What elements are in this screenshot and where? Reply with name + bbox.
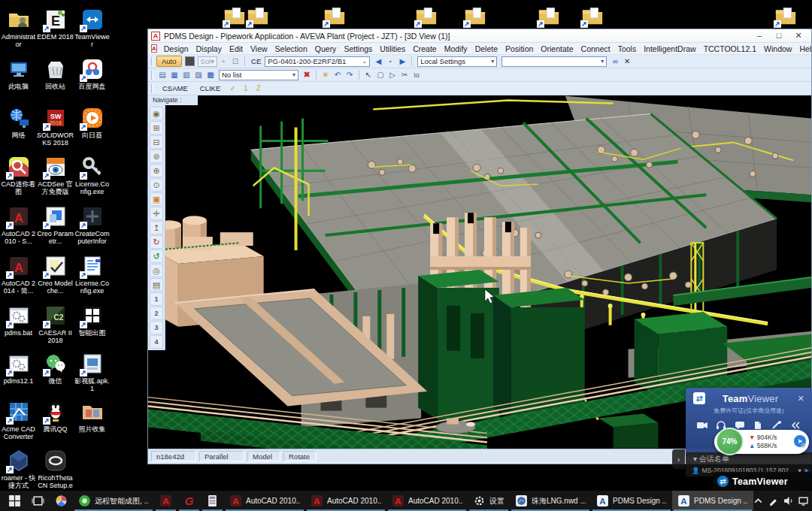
select-cursor-icon[interactable]: ↖ [362,69,374,80]
pdms-window-1[interactable]: APDMS Design ... [591,491,672,511]
start-button[interactable] [3,491,26,511]
tile-window-icon[interactable]: ▨ [192,69,205,80]
desktop-icon-solidworks[interactable]: SW2018SOLIDWORKS 2018 [37,106,74,147]
desktop-folder-icon[interactable] [415,5,438,27]
ce-element-input[interactable]: PG-0401-200-E2RF2/B1⌄ [265,56,370,67]
auto-button[interactable]: Auto [156,56,182,67]
maximize-icon[interactable]: □ [769,30,789,42]
binoculars-icon[interactable]: ∞ [609,56,621,67]
menu-settings[interactable]: Settings [340,44,376,53]
menu-view[interactable]: View [247,44,271,53]
modify-icon[interactable]: ✳ [320,69,332,80]
volume-icon[interactable] [783,496,793,506]
toolbar-grip[interactable] [151,57,153,66]
menu-display[interactable]: Display [192,44,225,53]
cut-icon[interactable]: ✂ [398,69,411,80]
pan-icon[interactable]: ✛ [150,207,163,220]
list-select[interactable]: No list▾ [219,70,298,80]
search-select[interactable]: ▾ [501,56,607,67]
desktop-icon-pdms-bat[interactable]: pdms.bat [0,304,37,337]
autocad-window-2[interactable]: AAutoCAD 2010... [305,491,386,511]
zoom-globe-icon[interactable]: ⊚ [150,150,163,163]
session-list-header[interactable]: ▾ 会话名单 [686,452,812,464]
view-2-icon[interactable]: 2 [150,307,163,320]
navisworks-window[interactable]: 珠海LNG.nwd ... [510,491,591,511]
solid-select[interactable]: Sol▾ [198,56,218,67]
desktop-icon-roamer[interactable]: roamer - 快捷方式 [0,449,37,489]
desktop-icon-apk-file[interactable]: 影视狐.apk.1 [74,352,111,392]
walk-icon[interactable]: ◉ [150,107,163,120]
desktop-folder-icon[interactable] [581,5,604,27]
rotate-cw-icon[interactable]: ↻ [150,235,163,249]
macro-z-icon[interactable]: Z [252,83,265,94]
gstarcad-pinned[interactable]: G [177,491,201,511]
pinned-colorful-app[interactable] [50,491,73,511]
desktop-icon-license-key[interactable]: License.Config.exe [74,155,111,195]
nav-current-icon[interactable]: ▪ [384,56,396,67]
tools-icon[interactable] [771,420,783,431]
menu-window[interactable]: Window [760,44,795,53]
iso-box-icon[interactable]: ▣ [150,192,163,206]
view-1-icon[interactable]: 1 [150,292,163,306]
desktop-folder-icon[interactable] [247,5,269,27]
teamviewer-close-icon[interactable]: ✕ [795,394,806,404]
view-3-icon[interactable]: 3 [150,321,163,334]
csame-button[interactable]: CSAME [156,83,194,94]
new-window-icon[interactable]: ▧ [180,69,192,80]
menu-connect[interactable]: Connect [577,44,614,53]
desktop-icon-caesar[interactable]: C2CAESAR II 2018 [37,304,74,344]
nav-back-icon[interactable]: ◀ [372,56,384,67]
pen-icon[interactable] [768,496,778,506]
desktop-icon-recycle-bin[interactable]: 回收站 [37,57,74,90]
minimize-icon[interactable]: – [750,30,769,42]
redo-icon[interactable]: ↷ [344,69,356,80]
task-view-button[interactable] [26,491,50,511]
desktop-icon-create-computer-info[interactable]: CreateComputerInform... [74,204,111,246]
menu-query[interactable]: Query [311,44,341,53]
desktop-icon-autocad[interactable]: AAutoCAD 2014 - 简... [0,254,37,295]
zoom-in-icon[interactable]: ⊕ [150,164,163,177]
title-bar[interactable]: A PDMS Design - Pipework Application - A… [148,29,811,43]
pdms-window-2[interactable]: APDMS Design ... [672,491,753,511]
elevate-icon[interactable]: ↥ [150,221,163,234]
menu-orientate[interactable]: Orientate [537,44,577,53]
desktop-folder-icon[interactable] [538,5,560,27]
settings-window[interactable]: 设置 [468,491,510,511]
menu-delete[interactable]: Delete [471,44,501,53]
zoom-window-icon[interactable]: ⊞ [150,121,163,135]
io-tool-icon[interactable]: Io [411,69,423,80]
macro-check-icon[interactable]: ✓ [226,83,239,94]
color-swatch[interactable] [185,56,195,66]
desktop-icon-acme-cad[interactable]: Acme CAD Converter [0,400,37,440]
menu-design[interactable]: Design [160,44,192,53]
desktop-folder-icon[interactable] [223,5,246,27]
menu-selection[interactable]: Selection [271,44,311,53]
lock-icon[interactable]: ⊡ [229,56,241,67]
desktop-icon-photo-folder[interactable]: 照片收集 [74,400,111,433]
magnifier-icon[interactable]: ⊙ [150,178,163,192]
macro-one-icon[interactable]: 1 [239,83,252,94]
desktop-icon-folder-user[interactable]: Administrator [0,8,37,48]
desktop-icon-network[interactable]: 网络 [0,106,37,139]
volume-box-icon[interactable]: ▢ [374,69,386,80]
toolbar-grip[interactable] [151,71,153,80]
clipboard-icon[interactable]: ▤ [150,278,163,292]
menu-intelligentdraw[interactable]: IntelligentDraw [640,44,699,53]
desktop-folder-icon[interactable] [774,5,797,27]
menu-help[interactable]: Help [795,44,812,53]
monitor-icon[interactable] [798,496,808,506]
zoom-out-icon[interactable]: ⊟ [150,135,163,149]
desktop-icon-edem[interactable]: EEDEM 2018 [37,8,74,41]
delete-list-icon[interactable]: ✖ [301,69,313,80]
desktop-icon-cad-mini-viewer[interactable]: CAD迷你看图 [0,155,37,195]
desktop-icon-autocad[interactable]: AAutoCAD 2010 - S... [0,204,37,245]
clike-button[interactable]: CLIKE [194,83,226,94]
gear-icon[interactable]: ⚙ [800,442,806,449]
desktop-folder-icon[interactable] [464,5,486,27]
save-icon[interactable]: ▦ [168,69,180,80]
desktop-icon-baidu-netdisk[interactable]: 百度网盘 [74,57,111,90]
desktop-folder-icon[interactable] [323,5,346,27]
close-icon[interactable]: ✕ [789,30,808,42]
collapse-icon[interactable] [789,420,801,431]
eye-icon[interactable]: ◎ [150,264,163,277]
